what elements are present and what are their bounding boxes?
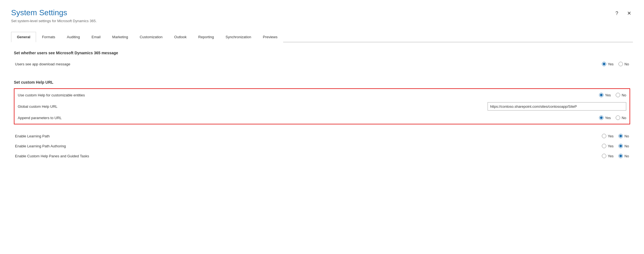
append-params-no[interactable]: No <box>616 116 626 120</box>
dialog-subtitle: Set system-level settings for Microsoft … <box>11 19 97 23</box>
learning-path-authoring-yes-radio[interactable] <box>602 144 606 148</box>
custom-help-panes-yes[interactable]: Yes <box>602 154 613 158</box>
enable-learning-path-radio-group: Yes No <box>602 134 629 138</box>
app-download-label: Users see app download message <box>15 62 602 66</box>
use-custom-help-no-radio[interactable] <box>616 93 620 97</box>
custom-help-panes-no[interactable]: No <box>618 154 629 158</box>
enable-learning-path-label: Enable Learning Path <box>15 134 602 138</box>
custom-help-panes-yes-radio[interactable] <box>602 154 606 158</box>
append-params-radio-group: Yes No <box>599 116 626 120</box>
learning-path-authoring-no-radio[interactable] <box>618 144 623 148</box>
tabs-container: General Formats Auditing Email Marketing… <box>11 31 633 42</box>
learning-path-authoring-yes[interactable]: Yes <box>602 144 613 148</box>
tab-general[interactable]: General <box>11 32 36 42</box>
app-download-yes-radio[interactable] <box>602 62 606 66</box>
use-custom-help-radio-group: Yes No <box>599 93 626 97</box>
append-params-no-radio[interactable] <box>616 116 620 120</box>
app-download-radio-group: Yes No <box>602 62 629 66</box>
app-download-no-radio[interactable] <box>618 62 623 66</box>
custom-help-panes-no-radio[interactable] <box>618 154 623 158</box>
use-custom-help-yes[interactable]: Yes <box>599 93 611 97</box>
append-params-label: Append parameters to URL <box>18 116 599 120</box>
section-learning-path: Enable Learning Path Yes No Enable Learn… <box>14 131 630 161</box>
tab-auditing[interactable]: Auditing <box>61 32 86 42</box>
tab-marketing[interactable]: Marketing <box>107 32 134 42</box>
learning-path-yes[interactable]: Yes <box>602 134 613 138</box>
use-custom-help-no[interactable]: No <box>616 93 626 97</box>
learning-path-yes-radio[interactable] <box>602 134 606 138</box>
setting-enable-custom-help-panes: Enable Custom Help Panes and Guided Task… <box>14 151 630 161</box>
tab-formats[interactable]: Formats <box>36 32 61 42</box>
tab-reporting[interactable]: Reporting <box>192 32 220 42</box>
section-dynamics-message: Set whether users see Microsoft Dynamics… <box>14 51 630 69</box>
setting-app-download: Users see app download message Yes No <box>14 59 630 69</box>
learning-path-authoring-radio-group: Yes No <box>602 144 629 148</box>
help-button[interactable]: ? <box>614 10 620 17</box>
close-button[interactable]: ✕ <box>625 10 633 17</box>
setting-enable-learning-path: Enable Learning Path Yes No <box>14 131 630 141</box>
global-help-url-controls <box>488 102 626 111</box>
append-params-yes-radio[interactable] <box>599 116 604 120</box>
tab-customization[interactable]: Customization <box>134 32 168 42</box>
section-custom-help: Set custom Help URL Use custom Help for … <box>14 80 630 124</box>
setting-enable-learning-path-authoring: Enable Learning Path Authoring Yes No <box>14 141 630 151</box>
dialog-container: System Settings Set system-level setting… <box>0 0 644 254</box>
dialog-header: System Settings Set system-level setting… <box>11 8 633 23</box>
tab-outlook[interactable]: Outlook <box>168 32 192 42</box>
dialog-title: System Settings <box>11 8 97 17</box>
setting-use-custom-help: Use custom Help for customizable entitie… <box>17 90 627 100</box>
enable-learning-path-authoring-label: Enable Learning Path Authoring <box>15 144 602 148</box>
learning-path-no-radio[interactable] <box>618 134 623 138</box>
dialog-title-area: System Settings Set system-level setting… <box>11 8 97 23</box>
tab-email[interactable]: Email <box>86 32 107 42</box>
append-params-yes[interactable]: Yes <box>599 116 611 120</box>
app-download-yes[interactable]: Yes <box>602 62 613 66</box>
use-custom-help-label: Use custom Help for customizable entitie… <box>18 93 599 97</box>
learning-path-authoring-no[interactable]: No <box>618 144 629 148</box>
custom-help-title: Set custom Help URL <box>14 80 630 84</box>
global-help-url-label: Global custom Help URL <box>18 104 488 109</box>
custom-help-panes-radio-group: Yes No <box>602 154 629 158</box>
highlighted-help-block: Use custom Help for customizable entitie… <box>14 88 630 124</box>
setting-append-params: Append parameters to URL Yes No <box>17 113 627 123</box>
enable-custom-help-panes-label: Enable Custom Help Panes and Guided Task… <box>15 154 602 158</box>
use-custom-help-yes-radio[interactable] <box>599 93 604 97</box>
dialog-controls: ? ✕ <box>614 8 633 17</box>
tab-synchronization[interactable]: Synchronization <box>220 32 257 42</box>
learning-path-no[interactable]: No <box>618 134 629 138</box>
global-help-url-input[interactable] <box>488 102 626 111</box>
section-dynamics-title: Set whether users see Microsoft Dynamics… <box>14 51 630 55</box>
content-area: Set whether users see Microsoft Dynamics… <box>11 42 633 243</box>
tab-previews[interactable]: Previews <box>257 32 283 42</box>
setting-global-help-url: Global custom Help URL <box>17 100 627 113</box>
app-download-no[interactable]: No <box>618 62 629 66</box>
